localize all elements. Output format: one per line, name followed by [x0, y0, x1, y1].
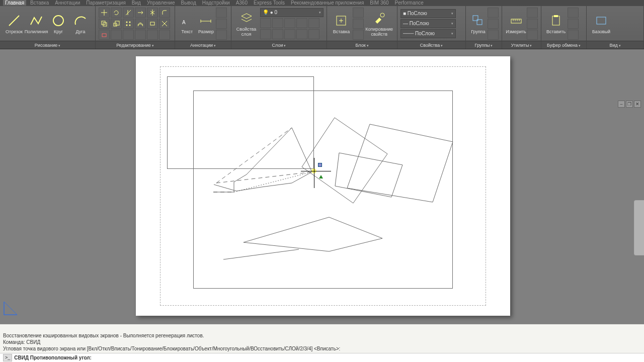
trim-button[interactable]: [123, 8, 134, 18]
tab-a360[interactable]: A360: [234, 0, 250, 6]
polyline-button[interactable]: Полилиния: [25, 9, 47, 38]
arc-icon: [73, 13, 88, 28]
svg-line-0: [9, 16, 19, 26]
offset-button[interactable]: [135, 19, 146, 29]
groupedit-button[interactable]: [488, 19, 499, 29]
circle-button[interactable]: Круг: [47, 9, 69, 38]
layer-thaw-button[interactable]: [272, 29, 283, 39]
layer-prev-button[interactable]: [308, 29, 319, 39]
leader-button[interactable]: [216, 8, 227, 18]
extra5-button[interactable]: [159, 30, 170, 40]
linetype-combo[interactable]: ─── ПоСлою: [400, 29, 456, 38]
stretch-button[interactable]: [147, 19, 158, 29]
cmd-input[interactable]: СВИД Противоположный угол:: [0, 353, 644, 362]
point-button[interactable]: [527, 30, 538, 40]
tab-featured[interactable]: Рекомендованные приложения: [289, 0, 366, 6]
table-button[interactable]: [216, 19, 227, 29]
panel-props: ■ ПоСлою — ПоСлою ─── ПоСлою Свойства: [397, 6, 466, 49]
extra4-button[interactable]: [147, 30, 158, 40]
move-button[interactable]: [99, 8, 110, 18]
command-line[interactable]: Восстановление кэшированных видовых экра…: [0, 324, 644, 362]
arc-button[interactable]: Дуга: [69, 9, 92, 38]
rotate-button[interactable]: [111, 8, 122, 18]
layer-iso-button[interactable]: [260, 18, 271, 28]
drawing-area[interactable]: – ❐ ✕: [0, 49, 644, 324]
tab-perf[interactable]: Performance: [393, 0, 426, 6]
paste-button[interactable]: Вставить: [544, 9, 568, 38]
group-icon: [470, 13, 486, 28]
scale-button[interactable]: [111, 19, 122, 29]
layer-off-button[interactable]: [296, 18, 307, 28]
layer-combo[interactable]: 💡 ● 0: [260, 8, 324, 17]
color-combo[interactable]: ■ ПоСлою: [400, 9, 456, 18]
groupsel-button[interactable]: [488, 30, 499, 40]
tab-bim360[interactable]: BIM 360: [368, 0, 390, 6]
text-button[interactable]: A Текст: [178, 9, 196, 38]
copy-button[interactable]: [99, 19, 110, 29]
baseview-icon: [594, 13, 609, 28]
array-button[interactable]: [123, 19, 134, 29]
measure-button[interactable]: Измерить: [505, 9, 527, 38]
extend-button[interactable]: [135, 8, 146, 18]
erase-button[interactable]: [99, 30, 110, 40]
explode-button[interactable]: [159, 19, 170, 29]
extra1-button[interactable]: [111, 30, 122, 40]
panel-block-label[interactable]: Блок: [327, 41, 397, 49]
layer-uniso-button[interactable]: [260, 29, 271, 39]
tab-insert[interactable]: Вставка: [28, 0, 51, 6]
mirror-button[interactable]: [147, 8, 158, 18]
block-attr-button[interactable]: [353, 30, 364, 40]
line-button[interactable]: Отрезок: [3, 9, 25, 38]
vp-close-button[interactable]: ✕: [634, 101, 641, 108]
base-view-button[interactable]: Базовый: [590, 9, 613, 38]
calc-button[interactable]: [527, 19, 538, 29]
panel-modify-label[interactable]: Редактирование: [96, 41, 175, 49]
panel-draw: Отрезок Полилиния Круг Дуга Рисование: [0, 6, 96, 49]
tab-manage[interactable]: Управление: [145, 0, 177, 6]
dimension-button[interactable]: Размер: [196, 9, 216, 38]
lineweight-combo[interactable]: — ПоСлою: [400, 19, 456, 28]
panel-layers-label[interactable]: Слои: [231, 41, 327, 49]
tab-express[interactable]: Express Tools: [252, 0, 287, 6]
select-button[interactable]: [527, 8, 538, 18]
copyc-button[interactable]: [568, 19, 579, 29]
layer-freeze-button[interactable]: [272, 18, 283, 28]
panel-clip-label[interactable]: Буфер обмена: [541, 41, 586, 49]
layer-unlock-button[interactable]: [284, 29, 295, 39]
tab-view[interactable]: Вид: [130, 0, 143, 6]
vp-max-button[interactable]: ❐: [626, 101, 633, 108]
navigation-bar[interactable]: [634, 200, 644, 255]
insert-button[interactable]: Вставка: [330, 9, 353, 38]
tab-addins[interactable]: Надстройки: [200, 0, 232, 6]
panel-props-label[interactable]: Свойства: [397, 41, 465, 49]
cut-button[interactable]: [568, 8, 579, 18]
block-create-button[interactable]: [353, 8, 364, 18]
tab-output[interactable]: Вывод: [179, 0, 198, 6]
panel-groups-label[interactable]: Группы: [466, 41, 502, 49]
layer-match-button[interactable]: [308, 18, 319, 28]
panel-utils-label[interactable]: Утилиты: [502, 41, 541, 49]
tab-param[interactable]: Параметризация: [84, 0, 128, 6]
tab-home[interactable]: Главная: [3, 0, 26, 6]
hatch-button[interactable]: [216, 30, 227, 40]
copybase-button[interactable]: [568, 30, 579, 40]
extra3-button[interactable]: [135, 30, 146, 40]
panel-view-label[interactable]: Вид: [587, 41, 643, 49]
clipboard-icon: [548, 13, 564, 28]
matchprops-button[interactable]: Копирование свойств: [364, 9, 394, 38]
fillet-button[interactable]: [159, 8, 170, 18]
ungroup-button[interactable]: [488, 8, 499, 18]
tab-annot[interactable]: Аннотации: [53, 0, 82, 6]
layer-props-button[interactable]: Свойства слоя: [234, 9, 258, 38]
layer-on-button[interactable]: [296, 29, 307, 39]
block-edit-button[interactable]: [353, 19, 364, 29]
vp-min-button[interactable]: –: [618, 101, 625, 108]
osnap-triangle: [319, 175, 323, 178]
layer-lock-button[interactable]: [284, 18, 295, 28]
panel-draw-label[interactable]: Рисование: [0, 41, 95, 49]
cmd-history-1: Восстановление кэшированных видовых экра…: [3, 332, 641, 339]
group-button[interactable]: Группа: [469, 9, 488, 38]
extra2-button[interactable]: [123, 30, 134, 40]
panel-annot-label[interactable]: Аннотации: [175, 41, 231, 49]
svg-marker-21: [302, 118, 387, 203]
